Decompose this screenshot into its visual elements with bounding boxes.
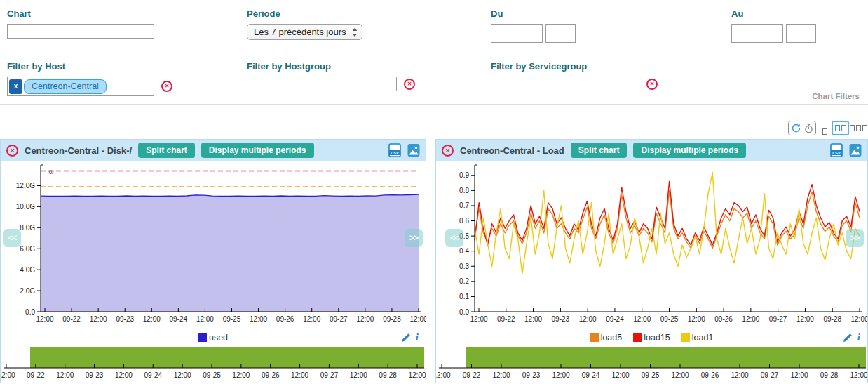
svg-text:09-26: 09-26: [714, 315, 733, 323]
filters-divider-2: [0, 104, 868, 105]
clear-servicegroup-filter-icon[interactable]: ✕: [646, 79, 658, 90]
svg-text:6.0G: 6.0G: [20, 245, 35, 253]
close-load-chart-icon[interactable]: ✕: [442, 145, 454, 157]
view-two-columns-icon[interactable]: [832, 121, 849, 135]
host-filter-input[interactable]: x Centreon-Central: [7, 77, 154, 96]
svg-text:10.0G: 10.0G: [16, 203, 35, 211]
svg-text:09-24: 09-24: [606, 315, 624, 323]
svg-text:12:00: 12:00: [688, 315, 705, 323]
view-three-columns-icon[interactable]: [850, 125, 867, 131]
load-chart-legend: load5load15load1 i: [436, 329, 867, 346]
load1-line: [475, 173, 860, 274]
info-icon[interactable]: i: [857, 331, 860, 343]
view-one-column-icon[interactable]: [822, 125, 827, 138]
hostgroup-filter-input[interactable]: [247, 77, 397, 91]
refresh-controls: [788, 121, 816, 135]
chip-remove-icon[interactable]: x: [9, 79, 22, 94]
filter-by-host-label: Filter by Host: [7, 61, 172, 72]
timeline-range: [466, 347, 866, 368]
legend-item-load5[interactable]: load5: [590, 333, 623, 343]
au-time-input[interactable]: [786, 24, 816, 43]
display-multiple-periods-button[interactable]: Display multiple periods: [201, 143, 314, 158]
svg-text:09-22: 09-22: [62, 315, 81, 323]
filter-by-hostgroup-group: Filter by Hostgroup ✕: [247, 61, 415, 91]
svg-text:12:00: 12:00: [56, 371, 74, 379]
svg-text:12:00: 12:00: [232, 371, 250, 379]
edit-pencil-icon[interactable]: [843, 333, 853, 343]
legend-item-used[interactable]: used: [198, 333, 228, 343]
svg-text:12:00: 12:00: [524, 315, 542, 323]
svg-text:09-23: 09-23: [552, 315, 570, 323]
svg-text:12:00: 12:00: [196, 315, 214, 323]
refresh-icon[interactable]: [792, 124, 801, 133]
load-chart: 0.00.10.20.30.40.50.60.70.80.912:0009-22…: [436, 161, 867, 329]
periode-select[interactable]: Les 7 précédents jours: [247, 24, 362, 40]
svg-text:12:00: 12:00: [409, 315, 426, 323]
svg-text:12:00: 12:00: [850, 371, 867, 379]
filter-by-servicegroup-label: Filter by Servicegroup: [491, 61, 658, 72]
svg-text:12:00: 12:00: [174, 371, 191, 379]
svg-text:0.1: 0.1: [459, 293, 469, 300]
svg-text:09-22: 09-22: [497, 315, 515, 323]
svg-text:0.3: 0.3: [459, 263, 469, 270]
du-time-input[interactable]: [545, 24, 576, 43]
clear-hostgroup-filter-icon[interactable]: ✕: [404, 79, 415, 90]
info-icon[interactable]: i: [416, 331, 419, 343]
chart-filter-input[interactable]: [7, 24, 154, 39]
split-chart-button[interactable]: Split chart: [571, 143, 628, 158]
svg-text:09-28: 09-28: [379, 371, 397, 379]
svg-text:09-26: 09-26: [701, 371, 719, 379]
load-chart-next-button[interactable]: >>: [846, 229, 864, 247]
export-csv-icon[interactable]: CSV: [388, 143, 401, 157]
svg-text:09-25: 09-25: [642, 371, 660, 379]
timer-icon[interactable]: [804, 124, 813, 133]
svg-text:12:00: 12:00: [470, 315, 487, 323]
periode-selected-value: Les 7 précédents jours: [254, 27, 346, 37]
du-date-input[interactable]: [491, 24, 543, 43]
disk-timeline-selector[interactable]: 12:0009-2212:0009-2312:0009-2412:0009-25…: [1, 346, 426, 383]
edit-pencil-icon[interactable]: [401, 333, 411, 343]
display-multiple-periods-button[interactable]: Display multiple periods: [633, 143, 746, 158]
disk-chart-panel: ✕ Centreon-Central - Disk-/ Split chart …: [0, 139, 426, 383]
close-disk-chart-icon[interactable]: ✕: [6, 145, 18, 157]
servicegroup-filter-input[interactable]: [491, 77, 639, 91]
svg-text:09-23: 09-23: [116, 315, 134, 323]
svg-text:09-24: 09-24: [144, 371, 162, 379]
svg-text:12:00: 12:00: [633, 315, 651, 323]
svg-text:12:00: 12:00: [796, 315, 814, 323]
svg-text:12:00: 12:00: [492, 371, 510, 379]
svg-text:0.2: 0.2: [459, 277, 469, 285]
periode-group: Période Les 7 précédents jours: [247, 8, 362, 40]
chart-view-toolbar: [748, 119, 867, 136]
svg-text:09-22: 09-22: [463, 371, 481, 379]
clear-host-filter-icon[interactable]: ✕: [161, 81, 172, 92]
export-csv-icon[interactable]: CSV: [830, 143, 843, 157]
svg-text:12:00: 12:00: [250, 315, 267, 323]
load-chart-prev-button[interactable]: <<: [445, 229, 463, 247]
export-image-icon[interactable]: [849, 143, 862, 157]
svg-text:12:00: 12:00: [552, 371, 569, 379]
svg-text:12:00: 12:00: [671, 371, 689, 379]
svg-text:12:00: 12:00: [291, 371, 308, 379]
svg-text:12:00: 12:00: [303, 315, 320, 323]
svg-text:12:00: 12:00: [1, 371, 15, 379]
au-label: Au: [731, 8, 816, 19]
au-date-input[interactable]: [731, 24, 783, 43]
svg-text:09-24: 09-24: [170, 315, 188, 323]
disk-chart-next-button[interactable]: >>: [405, 229, 423, 247]
export-image-icon[interactable]: [407, 143, 420, 157]
load-chart-title: Centreon-Central - Load: [460, 145, 564, 156]
svg-text:0.6: 0.6: [459, 217, 469, 225]
svg-text:0.7: 0.7: [459, 201, 469, 209]
svg-text:12:00: 12:00: [436, 371, 451, 379]
legend-item-load1[interactable]: load1: [681, 333, 714, 343]
legend-item-load15[interactable]: load15: [633, 333, 670, 343]
filter-by-servicegroup-group: Filter by Servicegroup ✕: [491, 61, 658, 91]
svg-text:12:00: 12:00: [36, 315, 53, 323]
svg-text:09-28: 09-28: [820, 371, 839, 379]
split-chart-button[interactable]: Split chart: [138, 143, 195, 158]
svg-text:12:00: 12:00: [350, 371, 367, 379]
svg-text:09-24: 09-24: [582, 371, 600, 379]
disk-chart-prev-button[interactable]: <<: [3, 229, 21, 247]
load-timeline-selector[interactable]: 12:0009-2212:0009-2312:0009-2412:0009-25…: [436, 346, 867, 383]
